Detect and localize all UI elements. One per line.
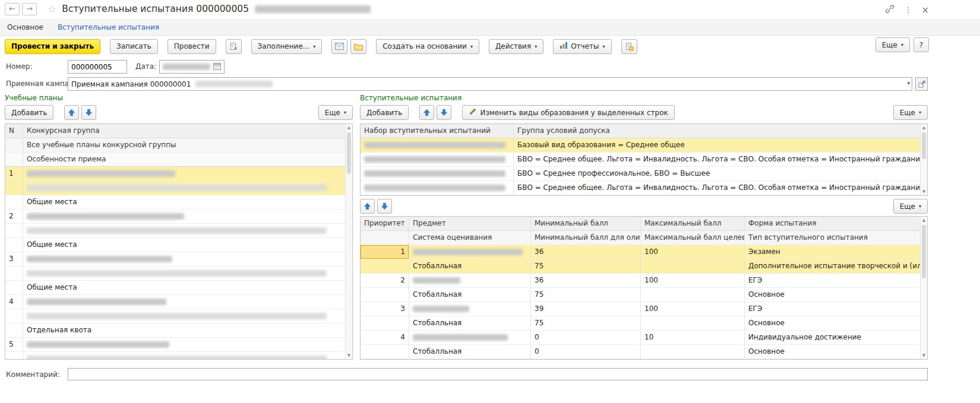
link-icon[interactable] bbox=[885, 4, 894, 15]
min-score-cell[interactable]: 39 bbox=[531, 302, 641, 316]
favorite-star-icon[interactable]: ☆ bbox=[48, 4, 56, 15]
study-plan-cell[interactable] bbox=[23, 181, 352, 195]
add-button[interactable]: Добавить bbox=[5, 105, 53, 120]
column-header-min-olympiad[interactable]: Минимальный балл для олимпи... bbox=[531, 231, 641, 245]
column-header-subject[interactable]: Предмет bbox=[409, 217, 531, 230]
study-plan-row[interactable]: 1 Общие места bbox=[5, 167, 352, 210]
study-plan-row[interactable]: 3 Общие места bbox=[5, 252, 352, 295]
move-down-icon[interactable] bbox=[377, 199, 392, 214]
tab-main[interactable]: Основное bbox=[7, 23, 43, 31]
more-button[interactable]: Еще▾ bbox=[318, 105, 353, 120]
write-button[interactable]: Записать bbox=[110, 39, 158, 54]
exam-row[interactable]: 4 0 10 Индивидуальное достижение Стобалл… bbox=[361, 331, 927, 359]
vertical-scrollbar[interactable]: ▲ ▼ bbox=[345, 124, 352, 359]
study-plan-cell[interactable] bbox=[23, 352, 352, 360]
column-header-grading-system[interactable]: Система оценивания bbox=[409, 231, 531, 245]
study-plan-cell[interactable] bbox=[23, 224, 352, 237]
move-up-icon[interactable] bbox=[360, 199, 375, 214]
competitive-group-cell[interactable] bbox=[23, 252, 352, 266]
chevron-down-icon[interactable]: ▾ bbox=[907, 80, 910, 86]
study-plan-cell[interactable] bbox=[23, 309, 352, 323]
calendar-icon[interactable] bbox=[213, 62, 221, 72]
max-target-cell[interactable] bbox=[641, 259, 745, 273]
campaign-field[interactable]: Приемная кампания 000000001 ▾ bbox=[68, 77, 912, 91]
column-header-min-score[interactable]: Минимальный балл bbox=[531, 217, 641, 230]
grading-system-cell[interactable]: Стобалльная bbox=[409, 259, 531, 273]
add-button[interactable]: Добавить bbox=[360, 105, 409, 120]
row-number-cell[interactable]: 2 bbox=[5, 210, 23, 223]
subject-cell[interactable] bbox=[409, 274, 531, 287]
number-field[interactable] bbox=[68, 60, 127, 74]
move-up-icon[interactable] bbox=[64, 105, 79, 120]
max-score-cell[interactable]: 10 bbox=[641, 331, 745, 344]
vertical-scrollbar[interactable]: ▲ ▼ bbox=[920, 124, 927, 195]
move-up-icon[interactable] bbox=[419, 105, 434, 120]
post-document-icon[interactable] bbox=[226, 39, 242, 54]
vertical-scrollbar[interactable]: ▲ ▼ bbox=[920, 217, 927, 359]
scroll-up-icon[interactable]: ▲ bbox=[921, 217, 927, 224]
min-olympiad-cell[interactable]: 75 bbox=[531, 316, 641, 330]
exam-set-row[interactable]: БВО = Среднее профессиональное, БВО = Вы… bbox=[361, 167, 927, 181]
post-and-close-button[interactable]: Провести и закрыть bbox=[5, 39, 100, 54]
competitive-group-cell[interactable] bbox=[23, 210, 352, 223]
row-number-cell[interactable]: 5 bbox=[5, 338, 23, 351]
competitive-group-cell[interactable] bbox=[23, 295, 352, 309]
max-target-cell[interactable] bbox=[641, 288, 745, 302]
row-number-cell[interactable]: 1 bbox=[5, 167, 23, 180]
column-subheader-features[interactable]: Особенности приема bbox=[23, 153, 352, 166]
max-target-cell[interactable] bbox=[641, 316, 745, 330]
column-header-group[interactable]: Конкурсная группа bbox=[23, 124, 352, 138]
kebab-menu-icon[interactable]: ⋮ bbox=[904, 5, 912, 14]
exam-set-cell[interactable] bbox=[361, 138, 514, 152]
priority-cell[interactable]: 1 bbox=[361, 245, 409, 259]
exam-form-cell[interactable]: ЕГЭ bbox=[745, 302, 927, 316]
actions-button[interactable]: Действия▾ bbox=[489, 39, 543, 54]
row-number-cell[interactable]: 3 bbox=[5, 252, 23, 266]
study-plan-cell[interactable] bbox=[23, 266, 352, 280]
exam-form-cell[interactable]: Экзамен bbox=[745, 245, 927, 259]
column-header-set[interactable]: Набор вступительных испытаний bbox=[361, 124, 514, 138]
move-down-icon[interactable] bbox=[81, 105, 96, 120]
folder-icon[interactable] bbox=[350, 39, 366, 54]
row-number-cell[interactable]: 4 bbox=[5, 295, 23, 309]
date-field[interactable] bbox=[159, 60, 225, 74]
exam-set-row[interactable]: Базовый вид образования = Среднее общее bbox=[361, 138, 927, 153]
column-header-max-score[interactable]: Максимальный балл bbox=[641, 217, 745, 230]
min-score-cell[interactable]: 36 bbox=[531, 245, 641, 259]
condition-group-cell[interactable]: БВО = Среднее профессиональное, БВО = Вы… bbox=[514, 167, 927, 180]
min-score-cell[interactable]: 0 bbox=[531, 331, 641, 344]
min-olympiad-cell[interactable]: 75 bbox=[531, 259, 641, 273]
exam-type-cell[interactable]: Дополнительное испытание творческой и (и… bbox=[745, 259, 927, 273]
column-header-condition[interactable]: Группа условий допуска bbox=[514, 124, 927, 138]
competitive-group-cell[interactable] bbox=[23, 167, 352, 180]
scroll-thumb[interactable] bbox=[922, 132, 926, 159]
scroll-thumb[interactable] bbox=[922, 225, 926, 278]
admission-feature-cell[interactable]: Общие места bbox=[23, 195, 352, 209]
envelope-icon[interactable] bbox=[331, 39, 347, 54]
condition-group-cell[interactable]: БВО = Среднее общее. Льгота = Инвалиднос… bbox=[514, 153, 927, 166]
condition-group-cell[interactable]: БВО = Среднее общее. Льгота = Инвалиднос… bbox=[514, 181, 927, 195]
scroll-down-icon[interactable]: ▼ bbox=[921, 352, 927, 359]
post-button[interactable]: Провести bbox=[167, 39, 216, 54]
close-icon[interactable]: × bbox=[921, 5, 929, 15]
scroll-down-icon[interactable]: ▼ bbox=[921, 188, 927, 195]
subject-cell[interactable] bbox=[409, 302, 531, 316]
grading-system-cell[interactable]: Стобалльная bbox=[409, 288, 531, 302]
admission-feature-cell[interactable]: Общие места bbox=[23, 238, 352, 252]
move-down-icon[interactable] bbox=[437, 105, 451, 120]
fill-button[interactable]: Заполнение...▾ bbox=[251, 39, 323, 54]
create-based-on-button[interactable]: Создать на основании▾ bbox=[376, 39, 479, 54]
priority-cell[interactable]: 4 bbox=[361, 331, 409, 344]
exam-set-cell[interactable] bbox=[361, 181, 514, 195]
column-header-n[interactable]: N bbox=[5, 124, 23, 138]
admission-feature-cell[interactable]: Общие места bbox=[23, 281, 352, 294]
more-button[interactable]: Еще▾ bbox=[893, 199, 928, 214]
forward-icon[interactable]: → bbox=[22, 3, 37, 15]
scroll-up-icon[interactable]: ▲ bbox=[346, 124, 352, 131]
min-score-cell[interactable]: 36 bbox=[531, 274, 641, 287]
exam-set-row[interactable]: БВО = Среднее общее. Льгота = Инвалиднос… bbox=[361, 181, 927, 195]
exam-row[interactable]: 2 36 100 ЕГЭ Стобалльная 75 Основное bbox=[361, 274, 927, 302]
scroll-down-icon[interactable]: ▼ bbox=[346, 352, 352, 359]
comment-field[interactable] bbox=[68, 368, 928, 380]
min-olympiad-cell[interactable]: 75 bbox=[531, 288, 641, 302]
